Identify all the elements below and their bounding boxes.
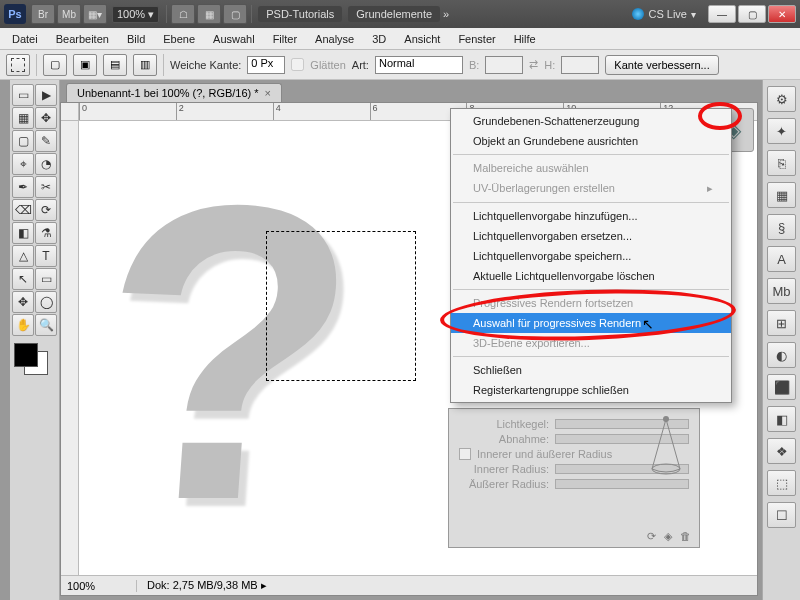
feather-input[interactable]: 0 Px — [247, 56, 285, 74]
tool-3dcam[interactable]: ◯ — [35, 291, 57, 313]
marquee-icon[interactable] — [6, 54, 30, 76]
color-swatches[interactable] — [12, 343, 56, 373]
tool-eyedropper[interactable]: ✎ — [35, 130, 57, 152]
menu-hilfe[interactable]: Hilfe — [508, 31, 542, 47]
tool-lasso[interactable]: ▦ — [12, 107, 34, 129]
fg-color[interactable] — [14, 343, 38, 367]
style-label: Art: — [352, 59, 369, 71]
sel-intersect-icon[interactable]: ▥ — [133, 54, 157, 76]
panel-icon-10[interactable]: ⬛ — [767, 374, 796, 400]
menu-analyse[interactable]: Analyse — [309, 31, 360, 47]
menu-ebene[interactable]: Ebene — [157, 31, 201, 47]
menu-datei[interactable]: Datei — [6, 31, 44, 47]
panel-icon-14[interactable]: ☐ — [767, 502, 796, 528]
ctx-grundebenen[interactable]: Grundebenen-Schattenerzeugung — [451, 111, 731, 131]
menu-fenster[interactable]: Fenster — [452, 31, 501, 47]
ctx-uv-ueberlagerungen: UV-Überlagerungen erstellen▸ — [451, 178, 731, 199]
cslive-label[interactable]: CS Live — [648, 8, 687, 20]
panel-icon-7[interactable]: Mb — [767, 278, 796, 304]
zoom-combo[interactable]: 100% ▾ — [112, 6, 159, 23]
tool-blur[interactable]: ◧ — [12, 222, 34, 244]
menu-3d[interactable]: 3D — [366, 31, 392, 47]
app-logo: Ps — [4, 4, 26, 24]
tool-stamp[interactable]: ✒ — [12, 176, 34, 198]
tool-crop[interactable]: ▢ — [12, 130, 34, 152]
bridge-button[interactable]: Br — [31, 4, 55, 24]
view-grid-icon[interactable]: ▦ — [197, 4, 221, 24]
panel-foot-icon-3[interactable]: 🗑 — [680, 530, 691, 543]
minibridge-button[interactable]: Mb — [57, 4, 81, 24]
sel-add-icon[interactable]: ▣ — [73, 54, 97, 76]
status-bar: 100% Dok: 2,75 MB/9,38 MB ▸ — [61, 575, 757, 595]
document-tabbar: Unbenannt-1 bei 100% (?, RGB/16) * × — [60, 80, 762, 102]
menu-filter[interactable]: Filter — [267, 31, 303, 47]
panel-icon-12[interactable]: ❖ — [767, 438, 796, 464]
panel-icon-5[interactable]: § — [767, 214, 796, 240]
menu-ansicht[interactable]: Ansicht — [398, 31, 446, 47]
panel-icon-11[interactable]: ◧ — [767, 406, 796, 432]
svg-point-1 — [663, 416, 669, 422]
tool-wand[interactable]: ✥ — [35, 107, 57, 129]
menu-bild[interactable]: Bild — [121, 31, 151, 47]
refine-edge-button[interactable]: Kante verbessern... — [605, 55, 718, 75]
panel-icon-1[interactable]: ⚙ — [767, 86, 796, 112]
ctx-licht-loeschen[interactable]: Aktuelle Lichtquellenvorgabe löschen — [451, 266, 731, 286]
panel-foot-icon-1[interactable]: ⟳ — [647, 530, 656, 543]
panel-icon-13[interactable]: ⬚ — [767, 470, 796, 496]
tool-hand[interactable]: ✋ — [12, 314, 34, 336]
ctx-licht-ersetzen[interactable]: Lichtquellenvorgaben ersetzen... — [451, 226, 731, 246]
panel-foot-icon-2[interactable]: ◈ — [664, 530, 672, 543]
close-tab-icon[interactable]: × — [265, 87, 271, 99]
window-maximize[interactable]: ▢ — [738, 5, 766, 23]
style-combo[interactable]: Normal — [375, 56, 463, 74]
panel-icon-9[interactable]: ◐ — [767, 342, 796, 368]
workspace-tab-2[interactable]: Grundelemente — [348, 6, 440, 22]
panel-icon-3[interactable]: ⎘ — [767, 150, 796, 176]
tool-path[interactable]: ↖ — [12, 268, 34, 290]
tool-3d[interactable]: ✥ — [12, 291, 34, 313]
ctx-licht-hinzufuegen[interactable]: Lichtquellenvorgabe hinzufügen... — [451, 206, 731, 226]
tool-gradient[interactable]: ⟳ — [35, 199, 57, 221]
screen-mode-icon[interactable]: ▢ — [223, 4, 247, 24]
layout-button[interactable]: ▦▾ — [83, 4, 107, 24]
panel-icon-8[interactable]: ⊞ — [767, 310, 796, 336]
view-hand-icon[interactable]: ☖ — [171, 4, 195, 24]
tool-heal[interactable]: ⌖ — [12, 153, 34, 175]
tool-pen[interactable]: △ — [12, 245, 34, 267]
window-close[interactable]: ✕ — [768, 5, 796, 23]
sel-sub-icon[interactable]: ▤ — [103, 54, 127, 76]
tool-history[interactable]: ✂ — [35, 176, 57, 198]
window-minimize[interactable]: — — [708, 5, 736, 23]
ctx-schliessen[interactable]: Schließen — [451, 360, 731, 380]
panel-icon-4[interactable]: ▦ — [767, 182, 796, 208]
panel-icon-2[interactable]: ✦ — [767, 118, 796, 144]
tool-move[interactable]: ▶ — [35, 84, 57, 106]
antialias-checkbox — [291, 58, 304, 71]
ctx-objekt-ausrichten[interactable]: Objekt an Grundebene ausrichten — [451, 131, 731, 151]
ctx-progressives-fortsetzen: Progressives Rendern fortsetzen — [451, 293, 731, 313]
menu-bearbeiten[interactable]: Bearbeiten — [50, 31, 115, 47]
tool-eraser[interactable]: ⌫ — [12, 199, 34, 221]
document-tab[interactable]: Unbenannt-1 bei 100% (?, RGB/16) * × — [66, 83, 282, 102]
ctx-auswahl-progressives-rendern[interactable]: Auswahl für progressives Rendern — [451, 313, 731, 333]
tool-type[interactable]: T — [35, 245, 57, 267]
menu-auswahl[interactable]: Auswahl — [207, 31, 261, 47]
tool-dodge[interactable]: ⚗ — [35, 222, 57, 244]
panel-icon-6[interactable]: A — [767, 246, 796, 272]
feather-label: Weiche Kante: — [170, 59, 241, 71]
workspace-tab-1[interactable]: PSD-Tutorials — [258, 6, 342, 22]
ruler-vertical[interactable] — [61, 121, 79, 575]
tool-shape[interactable]: ▭ — [35, 268, 57, 290]
ctx-licht-speichern[interactable]: Lichtquellenvorgabe speichern... — [451, 246, 731, 266]
status-zoom[interactable]: 100% — [67, 580, 137, 592]
tool-zoom[interactable]: 🔍 — [35, 314, 57, 336]
inner-outer-label: Innerer und äußerer Radius — [477, 448, 612, 460]
height-input — [561, 56, 599, 74]
workspace-more[interactable]: » — [443, 8, 449, 20]
inner-radius-label: Innerer Radius: — [459, 463, 549, 475]
sel-new-icon[interactable]: ▢ — [43, 54, 67, 76]
tool-brush[interactable]: ◔ — [35, 153, 57, 175]
ctx-gruppe-schliessen[interactable]: Registerkartengruppe schließen — [451, 380, 731, 400]
status-dok[interactable]: Dok: 2,75 MB/9,38 MB ▸ — [147, 579, 267, 592]
tool-marquee[interactable]: ▭ — [12, 84, 34, 106]
